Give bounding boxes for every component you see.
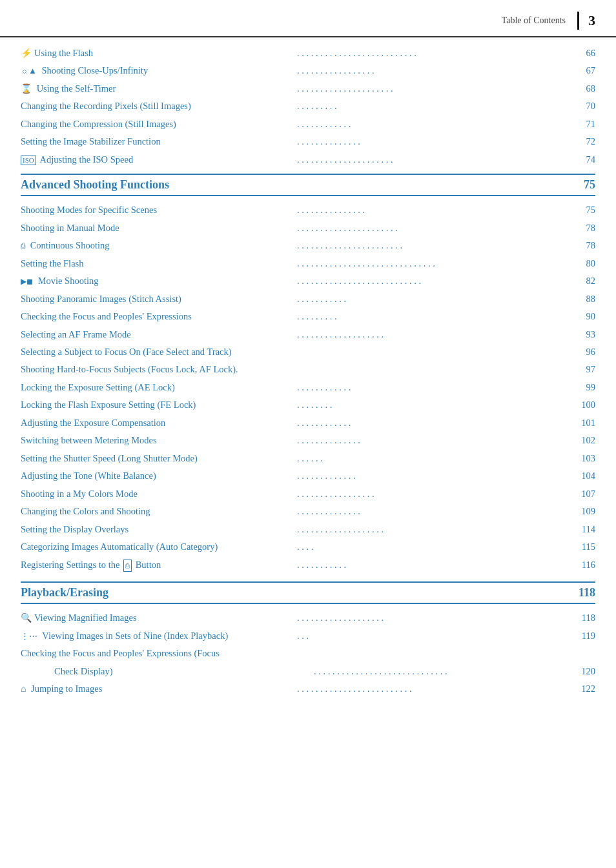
toc-text-shutter-speed: Setting the Shutter Speed (Long Shutter … [21, 451, 294, 465]
toc-section-advanced: Shooting Modes for Specific Scenes . . .… [0, 201, 616, 574]
dots-fe-lock: . . . . . . . . [294, 398, 573, 412]
num-display-overlays: 114 [573, 522, 595, 536]
toc-text-fe-lock: Locking the Flash Exposure Setting (FE L… [21, 398, 294, 412]
toc-entry-focus-check-line1[interactable]: Checking the Focus and Peoples' Expressi… [21, 645, 595, 662]
num-image-stabilizer: 72 [573, 134, 595, 148]
num-panoramic: 88 [573, 292, 595, 306]
num-magnified: 118 [573, 611, 595, 625]
header-page-num: 3 [588, 12, 595, 29]
toc-text-setting-flash: Setting the Flash [21, 256, 294, 270]
section-heading-playback-label: Playback/Erasing [21, 586, 567, 600]
toc-entry-white-balance[interactable]: Adjusting the Tone (White Balance) . . .… [21, 467, 595, 485]
toc-text-af-frame: Selecting an AF Frame Mode [21, 327, 294, 341]
toc-entry-jumping[interactable]: ⌂ Jumping to Images . . . . . . . . . . … [21, 680, 595, 698]
toc-text-face-select: Selecting a Subject to Focus On (Face Se… [21, 345, 294, 359]
num-self-timer: 68 [573, 81, 595, 96]
dots-image-stabilizer: . . . . . . . . . . . . . . [294, 134, 573, 148]
toc-text-image-stabilizer: Setting the Image Stabilizer Function [21, 134, 294, 148]
toc-entry-image-stabilizer[interactable]: Setting the Image Stabilizer Function . … [21, 133, 595, 150]
toc-entry-metering[interactable]: Switching between Metering Modes . . . .… [21, 432, 595, 449]
toc-entry-face-select[interactable]: Selecting a Subject to Focus On (Face Se… [21, 343, 595, 360]
toc-entry-panoramic[interactable]: Shooting Panoramic Images (Stitch Assist… [21, 290, 595, 307]
magnify-icon: 🔍 [21, 611, 32, 625]
num-auto-category: 115 [573, 540, 595, 554]
dots-flash: . . . . . . . . . . . . . . . . . . . . … [294, 46, 573, 60]
toc-text-display-overlays: Setting the Display Overlays [21, 522, 294, 536]
page-header: Table of Contents 3 [0, 0, 616, 37]
dots-af-frame: . . . . . . . . . . . . . . . . . . . [294, 327, 573, 341]
dots-my-colors: . . . . . . . . . . . . . . . . . [294, 487, 573, 501]
dots-white-balance: . . . . . . . . . . . . . [294, 469, 573, 483]
dots-exposure-comp: . . . . . . . . . . . . [294, 416, 573, 430]
jumping-icon: ⌂ [21, 682, 26, 696]
num-af-frame: 93 [573, 327, 595, 341]
toc-entry-index-playback[interactable]: ⋮⋯ Viewing Images in Sets of Nine (Index… [21, 627, 595, 644]
toc-text-magnified: 🔍Viewing Magnified Images [21, 611, 294, 625]
num-index-playback: 119 [573, 629, 595, 643]
movie-icon: ▶◼ [21, 276, 33, 288]
num-exposure-comp: 101 [573, 416, 595, 430]
page-container: Table of Contents 3 ⚡Using the Flash . .… [0, 0, 616, 868]
section-heading-advanced: Advanced Shooting Functions 75 [21, 174, 595, 196]
toc-entry-auto-category[interactable]: Categorizing Images Automatically (Auto … [21, 538, 595, 556]
dots-compression: . . . . . . . . . . . . [294, 117, 573, 131]
dots-display-overlays: . . . . . . . . . . . . . . . . . . . [294, 522, 573, 536]
toc-entry-compression[interactable]: Changing the Compression (Still Images) … [21, 115, 595, 132]
toc-entry-recording-pixels[interactable]: Changing the Recording Pixels (Still Ima… [21, 97, 595, 115]
dots-index-playback: . . . [294, 629, 573, 643]
num-metering: 102 [573, 433, 595, 447]
toc-entry-focus-check-line2[interactable]: Check Display) . . . . . . . . . . . . .… [21, 662, 595, 680]
toc-entry-register-settings[interactable]: Registering Settings to the ⎙ Button . .… [21, 556, 595, 573]
num-continuous: 78 [573, 238, 595, 252]
toc-entry-iso-speed[interactable]: ISO Adjusting the ISO Speed . . . . . . … [21, 150, 595, 168]
toc-entry-focus-lock[interactable]: Shooting Hard-to-Focus Subjects (Focus L… [21, 361, 595, 378]
num-flash: 66 [573, 46, 595, 60]
toc-text-movie: ▶◼ Movie Shooting [21, 274, 294, 288]
toc-entry-display-overlays[interactable]: Setting the Display Overlays . . . . . .… [21, 520, 595, 538]
num-jumping: 122 [573, 681, 595, 696]
num-close-ups: 67 [573, 63, 595, 77]
toc-text-auto-category: Categorizing Images Automatically (Auto … [21, 540, 294, 554]
toc-text-metering: Switching between Metering Modes [21, 433, 294, 447]
num-my-colors: 107 [573, 487, 595, 501]
toc-entry-movie[interactable]: ▶◼ Movie Shooting . . . . . . . . . . . … [21, 272, 595, 290]
dots-specific-scenes: . . . . . . . . . . . . . . . [294, 203, 573, 217]
toc-entry-af-frame[interactable]: Selecting an AF Frame Mode . . . . . . .… [21, 325, 595, 343]
toc-text-ae-lock: Locking the Exposure Setting (AE Lock) [21, 380, 294, 394]
toc-entry-focus-expressions[interactable]: Checking the Focus and Peoples' Expressi… [21, 308, 595, 325]
toc-entry-shutter-speed[interactable]: Setting the Shutter Speed (Long Shutter … [21, 449, 595, 467]
toc-entry-close-ups[interactable]: ☼▲ Shooting Close-Ups/Infinity . . . . .… [21, 62, 595, 79]
section-heading-advanced-label: Advanced Shooting Functions [21, 178, 567, 192]
num-setting-flash: 80 [573, 256, 595, 270]
dots-auto-category: . . . . [294, 540, 573, 554]
section-heading-playback-num: 118 [567, 586, 595, 600]
toc-entry-magnified[interactable]: 🔍Viewing Magnified Images . . . . . . . … [21, 609, 595, 627]
toc-entry-continuous[interactable]: ⎙ Continuous Shooting . . . . . . . . . … [21, 237, 595, 254]
toc-entry-exposure-comp[interactable]: Adjusting the Exposure Compensation . . … [21, 414, 595, 431]
toc-entry-specific-scenes[interactable]: Shooting Modes for Specific Scenes . . .… [21, 201, 595, 219]
toc-text-compression: Changing the Compression (Still Images) [21, 117, 294, 131]
toc-entry-colors-shooting[interactable]: Changing the Colors and Shooting . . . .… [21, 503, 595, 520]
num-focus-expressions: 90 [573, 309, 595, 323]
num-register-settings: 116 [573, 558, 595, 572]
toc-section-top: ⚡Using the Flash . . . . . . . . . . . .… [0, 44, 616, 168]
toc-entry-self-timer[interactable]: ⌛ Using the Self-Timer . . . . . . . . .… [21, 79, 595, 97]
num-white-balance: 104 [573, 469, 595, 483]
toc-section-playback: 🔍Viewing Magnified Images . . . . . . . … [0, 609, 616, 698]
toc-text-my-colors: Shooting in a My Colors Mode [21, 487, 294, 501]
toc-text-index-playback: ⋮⋯ Viewing Images in Sets of Nine (Index… [21, 629, 294, 643]
toc-entry-flash[interactable]: ⚡Using the Flash . . . . . . . . . . . .… [21, 44, 595, 62]
toc-text-focus-lock: Shooting Hard-to-Focus Subjects (Focus L… [21, 362, 294, 376]
toc-entry-ae-lock[interactable]: Locking the Exposure Setting (AE Lock) .… [21, 378, 595, 396]
toc-text-recording-pixels: Changing the Recording Pixels (Still Ima… [21, 99, 294, 113]
toc-entry-my-colors[interactable]: Shooting in a My Colors Mode . . . . . .… [21, 485, 595, 502]
toc-entry-manual-mode[interactable]: Shooting in Manual Mode . . . . . . . . … [21, 219, 595, 236]
toc-entry-setting-flash[interactable]: Setting the Flash . . . . . . . . . . . … [21, 254, 595, 272]
num-focus-lock: 97 [573, 362, 595, 376]
toc-text-panoramic: Shooting Panoramic Images (Stitch Assist… [21, 292, 294, 306]
toc-text-register-settings: Registering Settings to the ⎙ Button [21, 558, 294, 572]
toc-entry-fe-lock[interactable]: Locking the Flash Exposure Setting (FE L… [21, 396, 595, 414]
num-movie: 82 [573, 274, 595, 288]
num-recording-pixels: 70 [573, 99, 595, 113]
continuous-icon: ⎙ [21, 240, 25, 252]
